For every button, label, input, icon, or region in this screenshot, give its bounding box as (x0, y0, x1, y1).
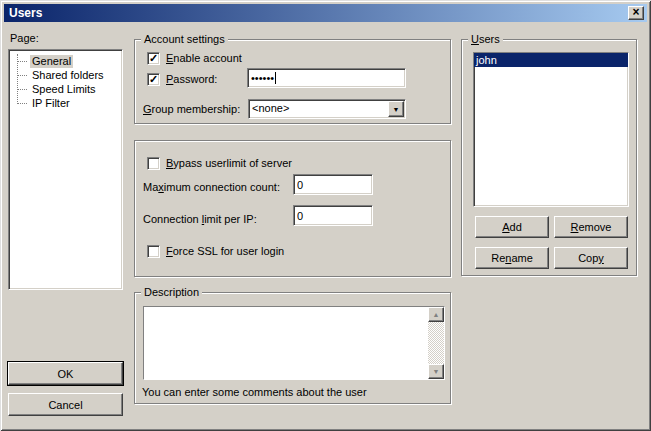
scroll-up-button[interactable]: ▲ (428, 307, 444, 322)
users-caption: Users (468, 33, 503, 46)
max-connection-count-label: Maximum connection count: (143, 181, 280, 194)
page-tree[interactable]: General Shared folders Speed Limits IP F… (8, 49, 123, 290)
group-membership-label: Group membership: (143, 103, 240, 116)
enable-account-checkbox[interactable]: ✓ (147, 52, 160, 65)
chevron-down-icon: ▼ (393, 106, 400, 113)
password-input[interactable]: •••••• (247, 68, 406, 88)
password-checkbox[interactable]: ✓ (147, 73, 160, 86)
scroll-down-button[interactable]: ▼ (428, 364, 444, 379)
combo-selected-value: <none> (249, 100, 387, 118)
description-textarea[interactable]: ▲ ▼ (143, 306, 445, 380)
description-hint: You can enter some comments about the us… (142, 386, 367, 399)
page-list-label: Page: (10, 32, 39, 45)
password-masked-value: •••••• (251, 72, 274, 84)
force-ssl-label[interactable]: Force SSL for user login (166, 245, 284, 258)
text-caret (275, 72, 276, 84)
account-settings-group: Account settings ✓ Enable account ✓ Pass… (134, 39, 451, 124)
checkmark-icon: ✓ (149, 54, 158, 63)
enable-account-label[interactable]: Enable account (166, 52, 242, 65)
scrollbar-track[interactable] (428, 322, 444, 364)
remove-button[interactable]: Remove (554, 216, 628, 238)
bypass-userlimit-label[interactable]: Bypass userlimit of server (166, 157, 292, 170)
rename-button[interactable]: Rename (475, 247, 549, 269)
tree-item-label: IP Filter (30, 97, 72, 110)
arrow-down-icon: ▼ (433, 368, 440, 375)
force-ssl-checkbox[interactable] (147, 245, 160, 258)
user-list-item-john[interactable]: john (474, 53, 628, 67)
users-group: Users john Add Remove Rename Copy (461, 39, 637, 276)
max-connection-count-input[interactable] (293, 174, 373, 195)
ok-button[interactable]: OK (8, 362, 123, 385)
close-button[interactable]: × (628, 6, 644, 20)
group-membership-select[interactable]: <none> ▼ (248, 99, 406, 119)
tree-item-label: Speed Limits (30, 83, 98, 96)
description-group: Description ▲ ▼ You can enter some comme… (134, 292, 451, 404)
account-settings-caption: Account settings (141, 33, 228, 46)
add-button[interactable]: Add (475, 216, 549, 238)
connection-limits-group: Bypass userlimit of server Maximum conne… (134, 140, 451, 277)
window-title: Users (9, 6, 42, 20)
tree-item-general[interactable]: General (9, 54, 122, 68)
close-icon: × (632, 7, 639, 17)
checkmark-icon: ✓ (149, 75, 158, 84)
title-bar[interactable]: Users × (4, 4, 647, 22)
tree-item-label: General (30, 55, 73, 68)
dropdown-button[interactable]: ▼ (388, 101, 404, 117)
users-listbox[interactable]: john (473, 52, 629, 207)
connection-limit-per-ip-label: Connection limit per IP: (143, 213, 257, 226)
tree-item-speed-limits[interactable]: Speed Limits (9, 82, 122, 96)
tree-item-label: Shared folders (30, 69, 106, 82)
description-caption: Description (141, 286, 202, 299)
tree-item-shared-folders[interactable]: Shared folders (9, 68, 122, 82)
bypass-userlimit-checkbox[interactable] (147, 157, 160, 170)
description-text[interactable] (144, 307, 428, 379)
tree-item-ip-filter[interactable]: IP Filter (9, 96, 122, 110)
password-label[interactable]: Password: (166, 73, 217, 86)
copy-button[interactable]: Copy (554, 247, 628, 269)
arrow-up-icon: ▲ (433, 311, 440, 318)
cancel-button[interactable]: Cancel (8, 393, 123, 416)
users-dialog: Users × Page: General Shared folders Spe… (0, 0, 651, 431)
connection-limit-per-ip-input[interactable] (293, 205, 373, 226)
description-scrollbar[interactable]: ▲ ▼ (428, 307, 444, 379)
